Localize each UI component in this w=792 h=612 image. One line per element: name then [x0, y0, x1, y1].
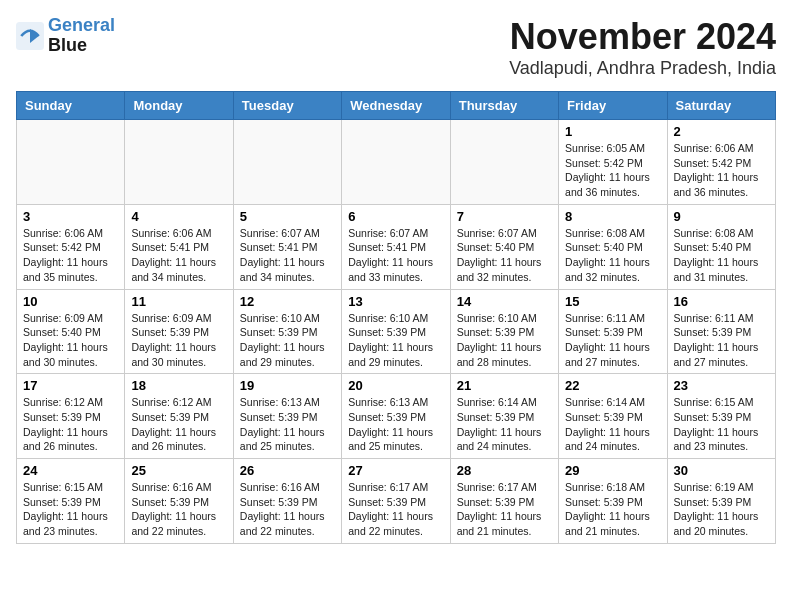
day-info: Sunrise: 6:08 AMSunset: 5:40 PMDaylight:… — [565, 226, 660, 285]
location-title: Vadlapudi, Andhra Pradesh, India — [509, 58, 776, 79]
calendar-cell: 24Sunrise: 6:15 AMSunset: 5:39 PMDayligh… — [17, 459, 125, 544]
calendar-cell: 21Sunrise: 6:14 AMSunset: 5:39 PMDayligh… — [450, 374, 558, 459]
day-number: 6 — [348, 209, 443, 224]
day-number: 17 — [23, 378, 118, 393]
day-info: Sunrise: 6:07 AMSunset: 5:41 PMDaylight:… — [240, 226, 335, 285]
day-info: Sunrise: 6:06 AMSunset: 5:42 PMDaylight:… — [674, 141, 769, 200]
weekday-header-saturday: Saturday — [667, 92, 775, 120]
day-info: Sunrise: 6:14 AMSunset: 5:39 PMDaylight:… — [565, 395, 660, 454]
calendar-week-4: 17Sunrise: 6:12 AMSunset: 5:39 PMDayligh… — [17, 374, 776, 459]
day-info: Sunrise: 6:18 AMSunset: 5:39 PMDaylight:… — [565, 480, 660, 539]
weekday-header-sunday: Sunday — [17, 92, 125, 120]
day-number: 12 — [240, 294, 335, 309]
day-number: 22 — [565, 378, 660, 393]
calendar-cell: 27Sunrise: 6:17 AMSunset: 5:39 PMDayligh… — [342, 459, 450, 544]
calendar-cell: 19Sunrise: 6:13 AMSunset: 5:39 PMDayligh… — [233, 374, 341, 459]
calendar-cell — [342, 120, 450, 205]
calendar-cell — [125, 120, 233, 205]
day-info: Sunrise: 6:16 AMSunset: 5:39 PMDaylight:… — [131, 480, 226, 539]
calendar-cell: 29Sunrise: 6:18 AMSunset: 5:39 PMDayligh… — [559, 459, 667, 544]
day-info: Sunrise: 6:09 AMSunset: 5:39 PMDaylight:… — [131, 311, 226, 370]
calendar-week-2: 3Sunrise: 6:06 AMSunset: 5:42 PMDaylight… — [17, 204, 776, 289]
calendar: SundayMondayTuesdayWednesdayThursdayFrid… — [16, 91, 776, 544]
calendar-cell: 4Sunrise: 6:06 AMSunset: 5:41 PMDaylight… — [125, 204, 233, 289]
day-info: Sunrise: 6:10 AMSunset: 5:39 PMDaylight:… — [457, 311, 552, 370]
day-info: Sunrise: 6:07 AMSunset: 5:40 PMDaylight:… — [457, 226, 552, 285]
day-number: 21 — [457, 378, 552, 393]
day-number: 24 — [23, 463, 118, 478]
day-info: Sunrise: 6:13 AMSunset: 5:39 PMDaylight:… — [348, 395, 443, 454]
calendar-cell: 6Sunrise: 6:07 AMSunset: 5:41 PMDaylight… — [342, 204, 450, 289]
title-section: November 2024 Vadlapudi, Andhra Pradesh,… — [509, 16, 776, 79]
day-info: Sunrise: 6:15 AMSunset: 5:39 PMDaylight:… — [674, 395, 769, 454]
day-number: 2 — [674, 124, 769, 139]
calendar-cell: 9Sunrise: 6:08 AMSunset: 5:40 PMDaylight… — [667, 204, 775, 289]
day-number: 26 — [240, 463, 335, 478]
day-info: Sunrise: 6:17 AMSunset: 5:39 PMDaylight:… — [348, 480, 443, 539]
calendar-cell: 7Sunrise: 6:07 AMSunset: 5:40 PMDaylight… — [450, 204, 558, 289]
day-info: Sunrise: 6:17 AMSunset: 5:39 PMDaylight:… — [457, 480, 552, 539]
day-number: 1 — [565, 124, 660, 139]
weekday-header-tuesday: Tuesday — [233, 92, 341, 120]
day-info: Sunrise: 6:06 AMSunset: 5:42 PMDaylight:… — [23, 226, 118, 285]
calendar-cell: 30Sunrise: 6:19 AMSunset: 5:39 PMDayligh… — [667, 459, 775, 544]
calendar-week-3: 10Sunrise: 6:09 AMSunset: 5:40 PMDayligh… — [17, 289, 776, 374]
day-number: 11 — [131, 294, 226, 309]
day-info: Sunrise: 6:06 AMSunset: 5:41 PMDaylight:… — [131, 226, 226, 285]
weekday-header-row: SundayMondayTuesdayWednesdayThursdayFrid… — [17, 92, 776, 120]
day-info: Sunrise: 6:08 AMSunset: 5:40 PMDaylight:… — [674, 226, 769, 285]
day-info: Sunrise: 6:12 AMSunset: 5:39 PMDaylight:… — [23, 395, 118, 454]
weekday-header-friday: Friday — [559, 92, 667, 120]
calendar-cell — [450, 120, 558, 205]
day-number: 7 — [457, 209, 552, 224]
calendar-cell: 1Sunrise: 6:05 AMSunset: 5:42 PMDaylight… — [559, 120, 667, 205]
calendar-cell: 12Sunrise: 6:10 AMSunset: 5:39 PMDayligh… — [233, 289, 341, 374]
day-info: Sunrise: 6:16 AMSunset: 5:39 PMDaylight:… — [240, 480, 335, 539]
day-number: 9 — [674, 209, 769, 224]
day-number: 27 — [348, 463, 443, 478]
calendar-cell: 3Sunrise: 6:06 AMSunset: 5:42 PMDaylight… — [17, 204, 125, 289]
calendar-cell: 17Sunrise: 6:12 AMSunset: 5:39 PMDayligh… — [17, 374, 125, 459]
day-info: Sunrise: 6:15 AMSunset: 5:39 PMDaylight:… — [23, 480, 118, 539]
day-info: Sunrise: 6:11 AMSunset: 5:39 PMDaylight:… — [674, 311, 769, 370]
day-info: Sunrise: 6:14 AMSunset: 5:39 PMDaylight:… — [457, 395, 552, 454]
calendar-cell: 22Sunrise: 6:14 AMSunset: 5:39 PMDayligh… — [559, 374, 667, 459]
day-number: 8 — [565, 209, 660, 224]
calendar-cell: 15Sunrise: 6:11 AMSunset: 5:39 PMDayligh… — [559, 289, 667, 374]
day-number: 18 — [131, 378, 226, 393]
calendar-cell: 26Sunrise: 6:16 AMSunset: 5:39 PMDayligh… — [233, 459, 341, 544]
calendar-cell: 14Sunrise: 6:10 AMSunset: 5:39 PMDayligh… — [450, 289, 558, 374]
day-number: 28 — [457, 463, 552, 478]
day-info: Sunrise: 6:05 AMSunset: 5:42 PMDaylight:… — [565, 141, 660, 200]
day-info: Sunrise: 6:10 AMSunset: 5:39 PMDaylight:… — [348, 311, 443, 370]
day-number: 20 — [348, 378, 443, 393]
day-number: 10 — [23, 294, 118, 309]
calendar-cell: 5Sunrise: 6:07 AMSunset: 5:41 PMDaylight… — [233, 204, 341, 289]
calendar-cell: 13Sunrise: 6:10 AMSunset: 5:39 PMDayligh… — [342, 289, 450, 374]
calendar-week-1: 1Sunrise: 6:05 AMSunset: 5:42 PMDaylight… — [17, 120, 776, 205]
day-number: 30 — [674, 463, 769, 478]
day-info: Sunrise: 6:09 AMSunset: 5:40 PMDaylight:… — [23, 311, 118, 370]
calendar-cell: 10Sunrise: 6:09 AMSunset: 5:40 PMDayligh… — [17, 289, 125, 374]
day-number: 13 — [348, 294, 443, 309]
weekday-header-monday: Monday — [125, 92, 233, 120]
weekday-header-wednesday: Wednesday — [342, 92, 450, 120]
day-number: 16 — [674, 294, 769, 309]
calendar-cell: 20Sunrise: 6:13 AMSunset: 5:39 PMDayligh… — [342, 374, 450, 459]
day-number: 23 — [674, 378, 769, 393]
day-number: 3 — [23, 209, 118, 224]
logo: General Blue — [16, 16, 115, 56]
calendar-cell: 16Sunrise: 6:11 AMSunset: 5:39 PMDayligh… — [667, 289, 775, 374]
calendar-cell: 23Sunrise: 6:15 AMSunset: 5:39 PMDayligh… — [667, 374, 775, 459]
calendar-cell: 28Sunrise: 6:17 AMSunset: 5:39 PMDayligh… — [450, 459, 558, 544]
calendar-cell: 11Sunrise: 6:09 AMSunset: 5:39 PMDayligh… — [125, 289, 233, 374]
day-number: 15 — [565, 294, 660, 309]
day-info: Sunrise: 6:11 AMSunset: 5:39 PMDaylight:… — [565, 311, 660, 370]
day-info: Sunrise: 6:10 AMSunset: 5:39 PMDaylight:… — [240, 311, 335, 370]
calendar-cell — [233, 120, 341, 205]
day-number: 29 — [565, 463, 660, 478]
day-info: Sunrise: 6:07 AMSunset: 5:41 PMDaylight:… — [348, 226, 443, 285]
day-info: Sunrise: 6:13 AMSunset: 5:39 PMDaylight:… — [240, 395, 335, 454]
month-title: November 2024 — [509, 16, 776, 58]
logo-text: General Blue — [48, 16, 115, 56]
